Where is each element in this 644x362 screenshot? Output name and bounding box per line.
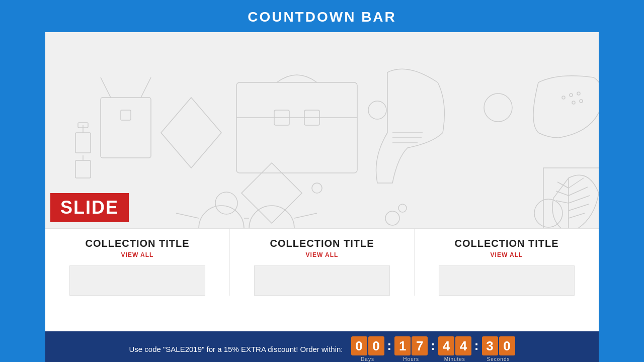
collection-3-title: COLLECTION TITLE (454, 238, 558, 249)
seconds-digit-2: 0 (499, 336, 515, 355)
hero-section: SLIDE View all products (45, 32, 599, 228)
hours-digit-1: 1 (394, 336, 411, 355)
countdown-message: Use code "SALE2019" for a 15% EXTRA disc… (129, 345, 343, 353)
collection-1-title: COLLECTION TITLE (85, 238, 189, 249)
days-digit-1: 0 (351, 336, 367, 355)
collection-2-title: COLLECTION TITLE (270, 238, 374, 249)
seconds-label: Seconds (487, 356, 510, 362)
colon-1: : (387, 338, 392, 353)
slide-label: SLIDE (50, 193, 129, 222)
collection-1-view-all[interactable]: VIEW ALL (121, 251, 154, 258)
collection-3: COLLECTION TITLE VIEW ALL (415, 229, 599, 296)
minutes-digits: 4 4 (438, 336, 471, 355)
seconds-digits: 3 0 (482, 336, 515, 355)
days-label: Days (361, 356, 374, 362)
collection-2-image (254, 265, 390, 296)
seconds-digit-1: 3 (482, 336, 498, 355)
countdown-days: 0 0 Days (351, 336, 384, 362)
countdown-units: 0 0 Days : 1 7 Hours : 4 4 Minutes : (351, 336, 515, 362)
days-digits: 0 0 (351, 336, 384, 355)
countdown-minutes: 4 4 Minutes (438, 336, 471, 362)
countdown-hours: 1 7 Hours (394, 336, 428, 362)
collection-2: COLLECTION TITLE VIEW ALL (230, 229, 415, 296)
hours-label: Hours (403, 356, 419, 362)
collection-1: COLLECTION TITLE VIEW ALL (45, 229, 230, 296)
collection-1-image (69, 265, 205, 296)
main-container: SLIDE View all products COLLECTION TITLE… (45, 32, 599, 362)
collection-2-view-all[interactable]: VIEW ALL (306, 251, 339, 258)
page-title: COUNTDOWN BAR (248, 0, 396, 32)
collection-3-image (439, 265, 575, 296)
hours-digits: 1 7 (394, 336, 428, 355)
collection-3-view-all[interactable]: VIEW ALL (491, 251, 523, 258)
minutes-digit-2: 4 (455, 336, 471, 355)
colon-2: : (431, 338, 435, 353)
countdown-seconds: 3 0 Seconds (482, 336, 515, 362)
hours-digit-2: 7 (412, 336, 428, 355)
countdown-bar: Use code "SALE2019" for a 15% EXTRA disc… (45, 331, 599, 362)
collections-section: COLLECTION TITLE VIEW ALL COLLECTION TIT… (45, 228, 599, 296)
days-digit-2: 0 (368, 336, 384, 355)
minutes-label: Minutes (444, 356, 465, 362)
minutes-digit-1: 4 (438, 336, 454, 355)
colon-3: : (474, 338, 479, 353)
